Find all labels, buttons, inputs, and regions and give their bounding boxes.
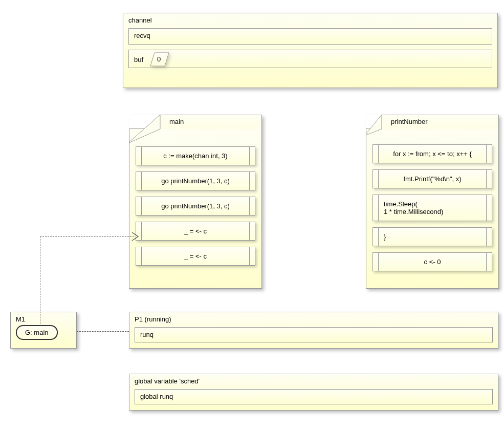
runq-label: runq [140,331,154,338]
stmt-text: go printNumber(1, 3, c) [147,177,244,185]
channel-box: channel recvq buf 0 [123,13,498,88]
m1-title: M1 [11,312,76,325]
g-main-pill: G: main [16,325,58,340]
stmt-go-2: go printNumber(1, 3, c) [136,197,255,216]
global-runq-label: global runq [140,393,173,400]
main-title: main [169,118,184,125]
stmt-text: _ = <- c [147,252,244,260]
connector-g-to-stmt-v [40,236,40,326]
printnumber-title: printNumber [391,118,428,125]
p1-title: P1 (running) [129,312,498,325]
stmt-printf: fmt.Printf("%d\n", x) [372,169,492,188]
stmt-text: } [384,233,481,241]
channel-buf: buf 0 [128,50,492,68]
connector-m1-p1 [77,331,129,332]
printnumber-function: printNumber for x := from; x <= to; x++ … [366,115,499,289]
channel-title: channel [123,13,497,26]
printnumber-tab: printNumber [381,115,499,129]
stmt-text: _ = <- c [147,227,244,235]
p1-box: P1 (running) runq [129,312,498,349]
stmt-make-chan: c := make(chan int, 3) [136,146,255,165]
stmt-text: go printNumber(1, 3, c) [147,202,244,210]
stmt-go-1: go printNumber(1, 3, c) [136,171,255,190]
stmt-text: time.Sleep( 1 * time.Millisecond) [384,200,481,216]
connector-g-to-stmt-h [40,236,134,237]
stmt-brace: } [372,227,492,246]
p1-runq: runq [135,327,493,342]
sched-title: global variable 'sched' [129,374,498,387]
stmt-recv-1: _ = <- c [136,222,255,241]
main-body: c := make(chan int, 3) go printNumber(1,… [129,128,262,289]
main-tab: main [160,115,262,129]
stmt-text: c := make(chan int, 3) [147,152,244,160]
stmt-for: for x := from; x <= to; x++ { [372,144,492,163]
stmt-text: fmt.Printf("%d\n", x) [384,175,481,183]
sched-runq: global runq [135,389,493,404]
svg-marker-1 [129,115,160,143]
buf-label: buf [134,56,143,63]
stmt-recv-2: _ = <- c [136,247,255,266]
m1-box: M1 G: main [10,312,77,349]
svg-marker-2 [366,115,382,135]
printnumber-body: for x := from; x <= to; x++ { fmt.Printf… [366,128,499,289]
buf-slot: 0 [150,52,168,67]
main-function: main c := make(chan int, 3) go printNumb… [129,115,262,289]
main-tab-cut-icon [129,115,161,143]
stmt-send: c <- 0 [372,252,492,271]
stmt-text: c <- 0 [384,258,481,266]
stmt-text: for x := from; x <= to; x++ { [384,150,481,158]
arrowhead-icon [131,231,141,242]
printnumber-tab-cut-icon [366,115,382,135]
sched-box: global variable 'sched' global runq [129,374,498,411]
recvq-label: recvq [134,32,150,39]
stmt-sleep: time.Sleep( 1 * time.Millisecond) [372,195,492,221]
buf-value: 0 [150,55,168,63]
channel-recvq: recvq [128,28,492,45]
